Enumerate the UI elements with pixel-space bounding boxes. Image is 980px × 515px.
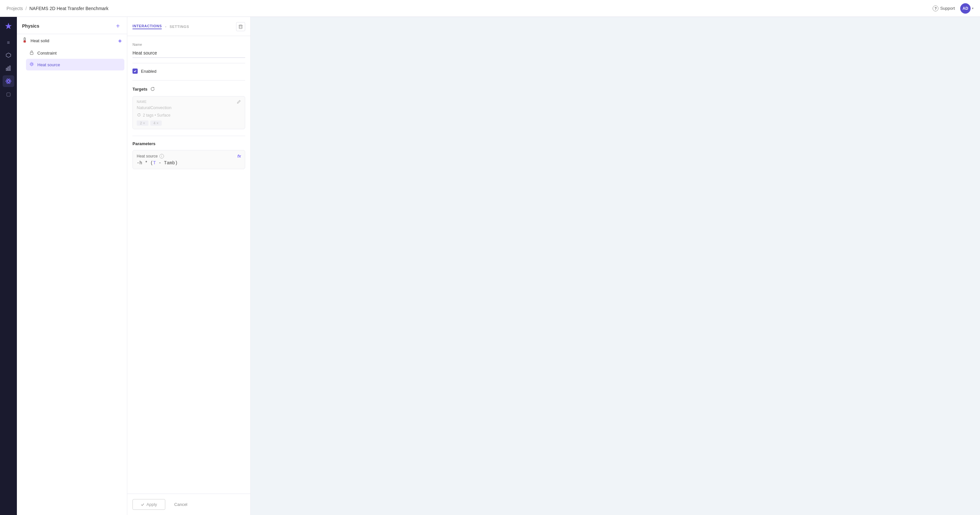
physics-item-heat-solid[interactable]: Heat solid ◈: [17, 34, 127, 47]
svg-rect-0: [6, 68, 7, 70]
enabled-label: Enabled: [141, 69, 156, 74]
name-input[interactable]: [132, 48, 245, 58]
heat-solid-label: Heat solid: [30, 38, 115, 43]
projects-link[interactable]: Projects: [6, 6, 23, 11]
param-item: Heat source i fx -h * (T - Tamb): [132, 150, 245, 169]
svg-rect-20: [239, 25, 242, 29]
physics-panel: Physics + Heat solid ◈: [17, 17, 127, 515]
sidebar-item-charts[interactable]: [3, 62, 14, 74]
target-tags-text: 2 tags • Surface: [143, 113, 170, 118]
settings-header: INTERACTIONS • SETTINGS: [127, 17, 250, 36]
targets-section: Targets Name: [132, 86, 245, 129]
apply-button[interactable]: Apply: [132, 499, 165, 510]
parameters-section: Parameters Heat source i fx -h * (T - Ta…: [132, 141, 245, 169]
svg-point-11: [31, 63, 33, 65]
tab-separator: •: [165, 25, 166, 29]
param-label: Heat source: [137, 154, 158, 159]
parameters-title: Parameters: [132, 141, 245, 146]
svg-point-4: [6, 80, 11, 82]
physics-child-constraint[interactable]: Constraint: [26, 47, 124, 59]
svg-line-18: [32, 63, 33, 63]
param-value: -h * (T - Tamb): [137, 161, 241, 165]
enabled-row: Enabled: [132, 68, 245, 74]
target-item: Name NaturalConvection: [132, 96, 245, 129]
breadcrumb-separator: /: [25, 6, 27, 11]
svg-line-17: [32, 65, 33, 65]
avatar-dropdown-icon: ▾: [972, 6, 974, 10]
heat-source-icon: [29, 62, 34, 68]
lock-icon: [29, 50, 34, 56]
sidebar-item-physics[interactable]: [3, 75, 14, 87]
physics-panel-title: Physics: [22, 23, 39, 29]
avatar-button[interactable]: AD ▾: [960, 3, 974, 14]
sidebar-hamburger[interactable]: ≡: [3, 37, 14, 48]
actions-row: Apply Cancel: [127, 494, 250, 515]
tag-chip-2: 4 ×: [150, 121, 162, 126]
physics-child-heat-source[interactable]: Heat source: [26, 59, 124, 70]
tab-interactions[interactable]: INTERACTIONS: [132, 24, 162, 29]
heat-solid-action-icon: ◈: [118, 38, 122, 43]
heat-source-label: Heat source: [37, 62, 60, 67]
target-tags-icon: [137, 113, 141, 118]
sidebar-item-misc[interactable]: ▢: [3, 88, 14, 100]
name-field-label: Name: [132, 43, 245, 46]
settings-panel: INTERACTIONS • SETTINGS Name: [127, 17, 251, 515]
physics-children: Constraint Heat sourc: [17, 47, 127, 70]
delete-button[interactable]: [236, 22, 245, 31]
target-name-value: NaturalConvection: [137, 105, 241, 110]
tab-settings[interactable]: SETTINGS: [170, 25, 189, 29]
breadcrumb: Projects / NAFEMS 2D Heat Transfer Bench…: [6, 6, 108, 11]
logo: [3, 21, 14, 31]
question-icon: ?: [932, 6, 939, 11]
sidebar-item-geometry[interactable]: [3, 49, 14, 61]
svg-rect-1: [8, 67, 9, 70]
support-button[interactable]: ? Support: [932, 6, 955, 11]
param-fx-button[interactable]: fx: [237, 154, 241, 159]
cancel-button[interactable]: Cancel: [169, 499, 192, 509]
svg-line-19: [30, 65, 30, 65]
icon-sidebar: ≡ ▢: [0, 17, 17, 515]
svg-rect-2: [10, 66, 10, 70]
physics-panel-header: Physics +: [17, 17, 127, 34]
enabled-checkbox[interactable]: [132, 68, 138, 74]
svg-line-16: [30, 63, 30, 63]
physics-add-button[interactable]: +: [114, 22, 122, 30]
constraint-label: Constraint: [37, 51, 57, 56]
target-name-label: Name: [137, 100, 147, 103]
avatar: AD: [960, 3, 970, 14]
param-info-icon[interactable]: i: [159, 154, 164, 159]
target-edit-button[interactable]: [237, 100, 241, 104]
svg-rect-10: [30, 52, 33, 54]
targets-title: Targets: [132, 87, 148, 92]
name-field-group: Name: [132, 43, 245, 58]
thermometer-icon: [22, 37, 27, 44]
page-title: NAFEMS 2D Heat Transfer Benchmark: [29, 6, 108, 11]
targets-refresh-button[interactable]: [150, 86, 156, 92]
tag-chip-1: 2 ×: [137, 121, 148, 126]
